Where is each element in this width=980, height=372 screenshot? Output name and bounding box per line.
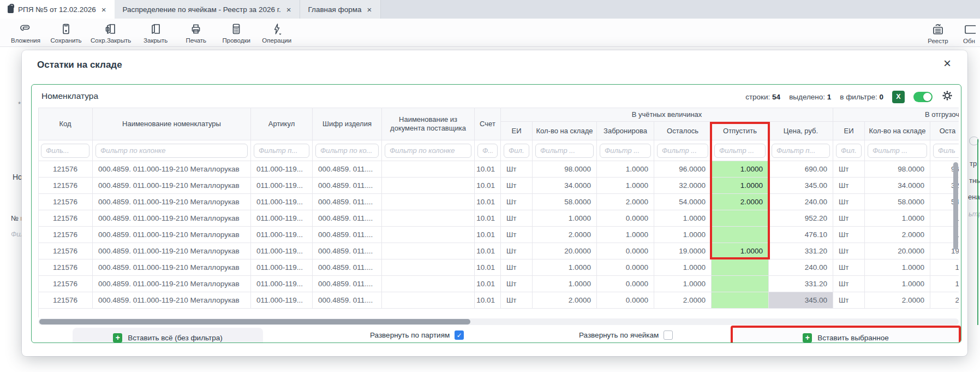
column-header-remaining[interactable]: Осталось — [654, 122, 712, 140]
column-header-code[interactable]: Код — [38, 108, 93, 140]
cell-name: 000.4859. 011.000-119-210 Металлорукав — [93, 161, 251, 178]
tab-close-icon[interactable]: × — [366, 5, 373, 14]
column-header-release[interactable]: Отпустить — [712, 122, 769, 140]
column-header-account[interactable]: Счет — [475, 108, 501, 140]
cell-code: 121576 — [38, 276, 93, 292]
expand-by-batches-option[interactable]: Развернуть по партиям ✓ — [370, 330, 464, 340]
column-header-supplier-doc[interactable]: Наименование из документа поставщика — [382, 108, 475, 140]
cell-unit: Шт — [501, 276, 533, 292]
column-header-qty[interactable]: Кол-во на складе — [533, 122, 597, 140]
column-header-reserved[interactable]: Забронирова — [597, 122, 654, 140]
cell-supplier — [382, 227, 475, 243]
filter-input-price[interactable] — [772, 144, 830, 158]
cell-qty2: 20.0000 — [865, 243, 930, 259]
cell-qty: 1.0000 — [533, 276, 597, 292]
filter-input-supplier-doc[interactable] — [385, 144, 471, 158]
refresh-button[interactable]: Обн — [958, 22, 980, 44]
filter-input-qty[interactable] — [535, 144, 594, 158]
cell-release[interactable] — [712, 259, 769, 276]
paperclip-icon — [19, 22, 32, 36]
expand-by-batches-checkbox[interactable]: ✓ — [455, 330, 464, 340]
toolbar-label: Проводки — [223, 37, 250, 44]
cell-name: 000.4859. 011.000-119-210 Металлорукав — [93, 292, 251, 309]
save-icon — [59, 22, 73, 36]
filter-toggle[interactable] — [913, 92, 933, 102]
gear-icon[interactable] — [941, 90, 953, 104]
cell-release[interactable] — [712, 227, 769, 243]
expand-by-cells-option[interactable]: Развернуть по ячейкам — [579, 330, 673, 340]
filter-input-account[interactable] — [477, 144, 498, 158]
cell-cipher: 000.4859. 011.... — [313, 276, 382, 292]
scrollbar-thumb[interactable] — [39, 319, 470, 324]
cell-remaining: 32.0000 — [654, 178, 712, 194]
cell-account: 10.01 — [475, 243, 501, 259]
tab-distribution[interactable]: Распределение по ячейкам - Реестр за 202… — [115, 0, 300, 19]
cell-release[interactable]: 2.0000 — [712, 194, 769, 210]
cell-remaining: 19.0000 — [654, 243, 712, 259]
filter-input-article[interactable] — [254, 144, 309, 158]
cell-release[interactable] — [712, 210, 769, 227]
column-header-article[interactable]: Артикул — [251, 108, 313, 140]
tab-label: Распределение по ячейкам - Реестр за 202… — [122, 5, 280, 14]
cell-cipher: 000.4859. 011.... — [313, 259, 382, 276]
toolbar-label: Печать — [186, 37, 206, 44]
save-button[interactable]: Сохранить — [46, 21, 86, 44]
column-header-cipher[interactable]: Шифр изделия — [313, 108, 382, 140]
toolbar-label: Сохр.Закрыть — [91, 37, 131, 44]
column-header-name[interactable]: Наименование номенклатуры — [93, 108, 251, 140]
cell-price: 240.00 — [769, 259, 833, 276]
filter-input-unit[interactable] — [504, 144, 529, 158]
toolbar-label: Обн — [963, 38, 975, 44]
cell-article: 011.000-119... — [251, 243, 313, 259]
cell-remaining2: 2 — [930, 292, 959, 309]
cell-release[interactable]: 1.0000 — [712, 178, 769, 194]
tab-main-form[interactable]: Главная форма × — [300, 0, 381, 19]
filter-input-code[interactable] — [41, 144, 89, 158]
cell-release[interactable]: 1.0000 — [712, 243, 769, 259]
cell-release[interactable] — [712, 292, 769, 309]
expand-by-cells-checkbox[interactable] — [664, 330, 673, 340]
insert-selected-button[interactable]: + Вставить выбранное — [733, 328, 959, 343]
cell-account: 10.01 — [475, 259, 501, 276]
background-panel-border — [977, 139, 978, 325]
cell-release[interactable]: 1.0000 — [712, 161, 769, 178]
door-icon — [149, 22, 162, 36]
tab-close-icon[interactable]: × — [285, 5, 292, 14]
insert-all-button[interactable]: + Вставить всё (без фильтра) — [73, 328, 263, 343]
cell-unit: Шт — [501, 227, 533, 243]
filter-input-cipher[interactable] — [315, 144, 379, 158]
filter-input-remaining2[interactable] — [933, 144, 959, 158]
column-header-remaining2[interactable]: Оста — [930, 122, 959, 140]
column-header-qty2[interactable]: Кол-во на складе — [865, 122, 930, 140]
cell-release[interactable] — [712, 276, 769, 292]
warehouse-balances-modal: Остатки на складе × Номенклатура строки:… — [22, 50, 967, 356]
column-header-price[interactable]: Цена, руб. — [769, 122, 833, 140]
filter-input-release[interactable] — [714, 144, 766, 158]
tab-close-icon[interactable]: × — [100, 5, 107, 14]
modal-close-icon[interactable]: × — [941, 56, 953, 71]
transactions-button[interactable]: Проводки — [216, 21, 256, 44]
attachments-button[interactable]: Вложения — [5, 21, 46, 44]
save-close-button[interactable]: Сохр.Закрыть — [86, 21, 135, 44]
vertical-scrollbar[interactable] — [953, 162, 958, 250]
cell-article: 011.000-119... — [251, 276, 313, 292]
cell-account: 10.01 — [475, 210, 501, 227]
background-fragment: * — [18, 100, 21, 108]
operations-button[interactable]: Операции — [256, 21, 297, 44]
filter-input-remaining[interactable] — [657, 144, 708, 158]
filter-input-name[interactable] — [95, 144, 248, 158]
print-button[interactable]: Печать — [176, 21, 216, 44]
close-button[interactable]: Закрыть — [135, 21, 176, 44]
column-header-unit[interactable]: ЕИ — [501, 122, 533, 140]
cell-article: 011.000-119... — [251, 210, 313, 227]
filter-input-unit2[interactable] — [836, 144, 862, 158]
filter-input-reserved[interactable] — [600, 144, 651, 158]
excel-export-icon[interactable]: X — [892, 91, 905, 103]
cell-article: 011.000-119... — [251, 194, 313, 210]
filter-input-qty2[interactable] — [868, 144, 927, 158]
column-header-unit2[interactable]: ЕИ — [833, 122, 865, 140]
tab-rpya[interactable]: РПЯ №5 от 12.02.2026 × — [0, 0, 115, 19]
horizontal-scrollbar[interactable] — [38, 318, 959, 325]
registry-button[interactable]: Реестр — [918, 22, 958, 44]
cell-price: 952.20 — [769, 210, 833, 227]
